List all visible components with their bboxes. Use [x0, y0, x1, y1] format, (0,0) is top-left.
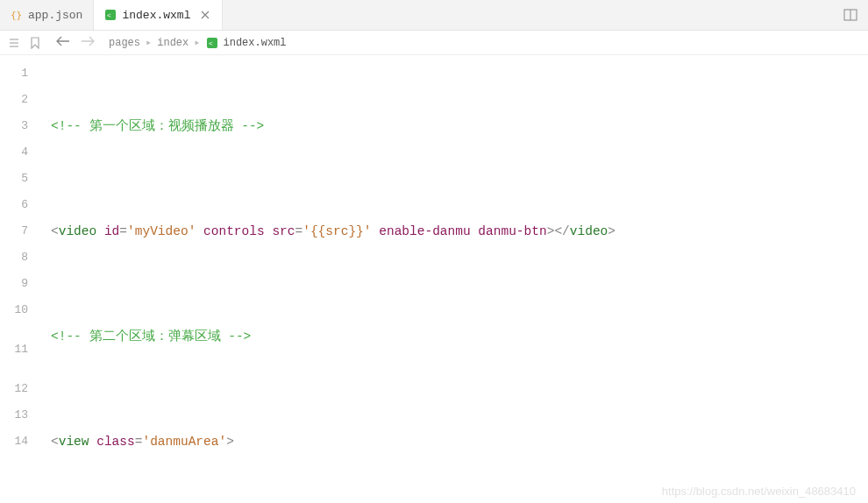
nav-arrows: [56, 36, 95, 50]
wxml-file-icon: <: [206, 37, 218, 49]
tabs-bar: {} app.json < index.wxml: [0, 0, 868, 31]
tab-label: index.wxml: [122, 9, 190, 22]
json-file-icon: {}: [11, 9, 23, 21]
breadcrumb-item[interactable]: pages: [109, 37, 140, 49]
list-icon[interactable]: [7, 36, 21, 50]
line-number: 1: [0, 60, 28, 87]
line-number: 12: [0, 376, 28, 402]
line-number: 3: [0, 113, 28, 139]
svg-text:<: <: [107, 11, 111, 19]
line-number: 4: [0, 139, 28, 166]
line-number: 2: [0, 87, 28, 113]
line-gutter: 1 2 3 4 5 6 7 8 9 10 11 12 13 14: [0, 55, 44, 503]
tab-app-json[interactable]: {} app.json: [0, 0, 94, 30]
breadcrumb-bar: pages ▸ index ▸ < index.wxml: [0, 31, 868, 55]
breadcrumb-path: pages ▸ index ▸ < index.wxml: [109, 36, 287, 49]
line-number: 13: [0, 402, 28, 429]
line-number: 14: [0, 429, 28, 455]
line-number: 10: [0, 297, 28, 323]
chevron-right-icon: ▸: [146, 36, 152, 49]
code-line: <!-- 第一个区域：视频播放器 -->: [44, 113, 868, 139]
split-editor-icon[interactable]: [833, 0, 868, 30]
line-number: [0, 455, 28, 481]
back-arrow-icon[interactable]: [56, 36, 70, 50]
svg-text:<: <: [209, 39, 213, 47]
tab-label: app.json: [28, 9, 82, 22]
forward-arrow-icon[interactable]: [81, 36, 95, 50]
svg-text:{}: {}: [11, 10, 22, 21]
line-number: 9: [0, 271, 28, 297]
line-number: 11: [0, 323, 28, 376]
chevron-right-icon: ▸: [194, 36, 200, 49]
code-line: <!-- 第二个区域：弹幕区域 -->: [44, 323, 868, 350]
code-area[interactable]: <!-- 第一个区域：视频播放器 --> <video id='myVideo'…: [44, 55, 868, 503]
editor-area: 1 2 3 4 5 6 7 8 9 10 11 12 13 14 <!-- 第一…: [0, 55, 868, 503]
line-number: 8: [0, 244, 28, 271]
tab-index-wxml[interactable]: < index.wxml: [94, 0, 223, 30]
line-number: 5: [0, 166, 28, 192]
code-line: <view class='danmuArea'>: [44, 429, 868, 455]
breadcrumb-file[interactable]: index.wxml: [224, 37, 287, 49]
line-number: 7: [0, 218, 28, 244]
breadcrumb-item[interactable]: index: [157, 37, 189, 49]
line-number: 6: [0, 192, 28, 218]
code-line: <video id='myVideo' controls src='{{src}…: [44, 218, 868, 244]
wxml-file-icon: <: [104, 9, 117, 21]
bookmark-icon[interactable]: [28, 36, 42, 50]
close-icon[interactable]: [199, 9, 211, 21]
